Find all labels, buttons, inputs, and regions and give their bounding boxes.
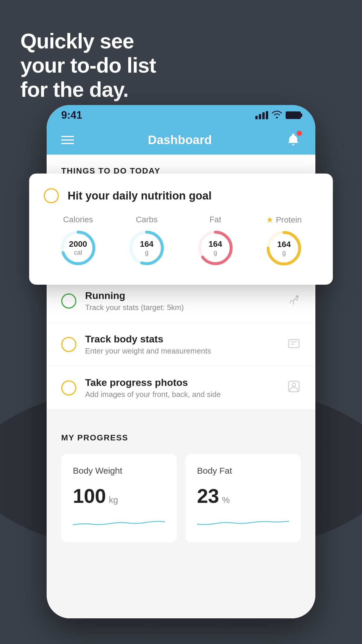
nav-bar: Dashboard <box>47 125 315 155</box>
calories-value-text: 2000 cal <box>69 240 87 256</box>
wifi-icon <box>272 110 282 120</box>
todo-desc-progress-photos: Add images of your front, back, and side <box>85 390 278 399</box>
todo-desc-running: Track your stats (target: 5km) <box>85 303 278 312</box>
running-icon <box>287 293 301 309</box>
nutrition-card-title: Hit your daily nutrition goal <box>68 190 212 202</box>
fat-label: Fat <box>210 215 221 224</box>
body-fat-label: Body Fat <box>197 466 289 476</box>
nutrition-card-header: Hit your daily nutrition goal <box>44 188 318 203</box>
body-weight-value-row: 100 kg <box>73 484 165 507</box>
svg-rect-1 <box>289 340 299 348</box>
todo-text-running: Running Track your stats (target: 5km) <box>85 290 278 312</box>
hero-line2: your to-do list <box>20 53 156 78</box>
calories-label: Calories <box>63 215 93 224</box>
todo-text-progress-photos: Take progress photos Add images of your … <box>85 377 278 399</box>
svg-point-0 <box>296 295 299 298</box>
hero-line3: for the day. <box>20 78 156 102</box>
macro-fat: Fat 164 g <box>196 215 234 267</box>
star-icon: ★ <box>266 215 273 225</box>
carbs-ring: 164 g <box>128 229 166 267</box>
protein-label: ★ Protein <box>266 215 302 225</box>
body-weight-value: 100 <box>73 484 106 507</box>
calories-ring: 2000 cal <box>59 229 97 267</box>
hero-line1: Quickly see <box>20 29 156 53</box>
battery-icon <box>286 111 301 119</box>
body-weight-label: Body Weight <box>73 466 165 476</box>
macro-protein: ★ Protein 164 g <box>265 215 303 267</box>
person-icon <box>287 379 301 396</box>
progress-cards: Body Weight 100 kg Body Fat 23 <box>61 454 301 542</box>
scale-icon <box>287 336 301 353</box>
fat-ring: 164 g <box>196 229 234 267</box>
status-bar: 9:41 <box>47 105 315 125</box>
todo-circle-body-stats <box>61 337 76 352</box>
notification-bell[interactable] <box>286 132 301 148</box>
status-time: 9:41 <box>61 109 82 121</box>
notification-dot <box>297 131 302 136</box>
nav-title: Dashboard <box>148 133 212 147</box>
todo-item-body-stats[interactable]: Track body stats Enter your weight and m… <box>47 323 315 366</box>
status-icons <box>255 110 301 120</box>
todo-name-running: Running <box>85 290 278 301</box>
svg-point-3 <box>292 383 296 386</box>
todo-desc-body-stats: Enter your weight and measurements <box>85 346 278 356</box>
todo-item-progress-photos[interactable]: Take progress photos Add images of your … <box>47 366 315 410</box>
macro-calories: Calories 2000 cal <box>59 215 97 267</box>
body-fat-value-row: 23 % <box>197 484 289 507</box>
nutrition-card: Hit your daily nutrition goal Calories 2… <box>29 174 333 285</box>
todo-name-progress-photos: Take progress photos <box>85 377 278 388</box>
todo-circle-running <box>61 293 76 309</box>
hero-text: Quickly see your to-do list for the day. <box>20 29 156 102</box>
body-fat-unit: % <box>222 495 230 505</box>
carbs-value-text: 164 g <box>140 240 154 256</box>
fat-value-text: 164 g <box>208 240 222 256</box>
body-fat-value: 23 <box>197 484 219 507</box>
body-weight-card: Body Weight 100 kg <box>61 454 177 542</box>
protein-value-text: 164 g <box>277 240 291 257</box>
todo-name-body-stats: Track body stats <box>85 333 278 345</box>
macro-row: Calories 2000 cal Carbs <box>44 215 318 267</box>
body-fat-chart <box>197 513 289 531</box>
signal-icon <box>255 111 268 119</box>
progress-title: MY PROGRESS <box>61 433 301 442</box>
progress-section: MY PROGRESS Body Weight 100 kg Body F <box>47 419 315 557</box>
hamburger-menu[interactable] <box>61 136 74 144</box>
todo-circle-progress-photos <box>61 380 76 396</box>
nutrition-radio[interactable] <box>44 188 59 203</box>
body-weight-chart <box>73 513 165 531</box>
body-weight-unit: kg <box>109 495 118 505</box>
protein-ring: 164 g <box>265 229 303 267</box>
todo-text-body-stats: Track body stats Enter your weight and m… <box>85 333 278 356</box>
todo-item-running[interactable]: Running Track your stats (target: 5km) <box>47 279 315 323</box>
carbs-label: Carbs <box>136 215 158 224</box>
body-fat-card: Body Fat 23 % <box>185 454 301 542</box>
macro-carbs: Carbs 164 g <box>128 215 166 267</box>
